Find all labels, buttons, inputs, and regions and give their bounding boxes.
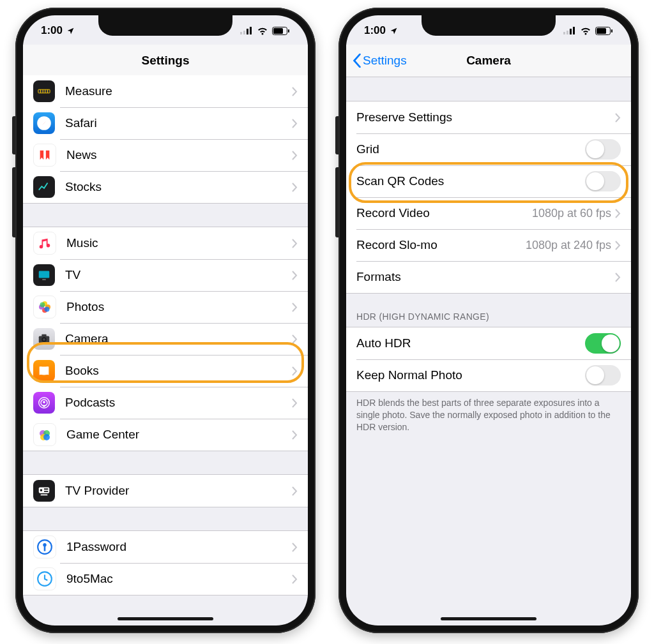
row-measure[interactable]: Measure [23, 75, 308, 107]
game-center-icon [33, 423, 56, 446]
row-safari[interactable]: Safari [23, 107, 308, 139]
chevron-right-icon [615, 273, 621, 282]
svg-point-27 [43, 434, 50, 440]
screen-left: 1:00 Settings Measure [23, 15, 308, 625]
row-label: News [66, 148, 292, 162]
row-podcasts[interactable]: Podcasts [23, 387, 308, 419]
svg-rect-6 [288, 29, 289, 33]
row-tv-provider[interactable]: TV Provider [23, 475, 308, 507]
chevron-right-icon [292, 239, 298, 248]
row-1password[interactable]: 1Password [23, 531, 308, 563]
svg-rect-5 [273, 28, 283, 34]
row-scan-qr-codes[interactable]: Scan QR Codes [346, 165, 631, 197]
toggle-auto-hdr[interactable] [585, 333, 621, 354]
svg-point-15 [40, 303, 45, 308]
tv-icon [33, 264, 55, 286]
chevron-right-icon [292, 430, 298, 440]
row-game-center[interactable]: Game Center [23, 419, 308, 451]
svg-rect-3 [250, 27, 252, 34]
svg-rect-2 [247, 29, 248, 34]
chevron-right-icon [292, 543, 298, 552]
home-indicator[interactable] [118, 617, 213, 620]
row-detail: 1080p at 240 fps [526, 239, 611, 252]
phone-right: 1:00 Settings Camera [338, 8, 639, 633]
battery-icon [272, 27, 290, 35]
phone-left: 1:00 Settings Measure [15, 8, 316, 633]
row-camera[interactable]: Camera [23, 323, 308, 355]
row-label: Camera [65, 332, 292, 346]
camera-icon [33, 328, 55, 350]
books-icon [33, 360, 55, 382]
chevron-right-icon [292, 366, 298, 376]
row-photos[interactable]: Photos [23, 291, 308, 323]
row-label: Measure [65, 84, 292, 98]
chevron-right-icon [292, 87, 298, 96]
chevron-right-icon [292, 398, 298, 408]
section-header-hdr: HDR (HIGH DYNAMIC RANGE) [346, 294, 631, 327]
row-tv[interactable]: TV [23, 259, 308, 291]
row-label: Preserve Settings [356, 110, 615, 124]
svg-rect-41 [611, 29, 612, 33]
location-icon [66, 27, 75, 35]
row-label: Safari [65, 116, 292, 130]
onepassword-icon [33, 535, 56, 558]
row-label: Podcasts [65, 396, 292, 410]
svg-rect-30 [41, 495, 48, 496]
row-auto-hdr[interactable]: Auto HDR [346, 327, 631, 359]
row-label: TV [65, 268, 292, 282]
row-books[interactable]: Books [23, 355, 308, 387]
svg-rect-10 [42, 279, 46, 280]
battery-icon [595, 27, 613, 35]
section-footer-hdr: HDR blends the best parts of three separ… [346, 392, 631, 438]
svg-point-20 [43, 338, 45, 341]
row-label: 1Password [66, 540, 292, 554]
toggle-scan-qr[interactable] [585, 171, 621, 191]
row-record-video[interactable]: Record Video 1080p at 60 fps [346, 197, 631, 229]
row-label: Stocks [65, 180, 292, 194]
safari-icon [33, 112, 55, 134]
row-formats[interactable]: Formats [346, 261, 631, 293]
row-label: Auto HDR [356, 336, 585, 350]
camera-settings[interactable]: Preserve Settings Grid Scan QR Codes Rec… [346, 75, 631, 625]
svg-rect-9 [39, 271, 50, 278]
row-music[interactable]: Music [23, 227, 308, 259]
row-record-slomo[interactable]: Record Slo-mo 1080p at 240 fps [346, 229, 631, 261]
nav-back-button[interactable]: Settings [353, 54, 407, 68]
row-detail: 1080p at 60 fps [532, 207, 611, 220]
row-news[interactable]: News [23, 139, 308, 171]
music-icon [33, 232, 56, 255]
row-label: Game Center [66, 428, 292, 442]
signal-icon [240, 27, 253, 34]
notch [422, 15, 556, 36]
chevron-right-icon [292, 151, 298, 160]
svg-rect-40 [597, 28, 606, 34]
row-stocks[interactable]: Stocks [23, 171, 308, 203]
home-indicator[interactable] [441, 617, 536, 620]
nine-to-five-icon [33, 567, 56, 590]
row-label: TV Provider [65, 484, 292, 498]
row-preserve-settings[interactable]: Preserve Settings [346, 101, 631, 133]
chevron-right-icon [292, 271, 298, 280]
chevron-right-icon [292, 303, 298, 312]
row-grid[interactable]: Grid [346, 133, 631, 165]
screen-right: 1:00 Settings Camera [346, 15, 631, 625]
row-label: Keep Normal Photo [356, 368, 585, 382]
row-9to5mac[interactable]: 9to5Mac [23, 563, 308, 595]
chevron-right-icon [292, 334, 298, 344]
row-label: Grid [356, 142, 585, 156]
row-label: Scan QR Codes [356, 174, 585, 188]
row-keep-normal-photo[interactable]: Keep Normal Photo [346, 359, 631, 391]
svg-rect-7 [38, 89, 50, 93]
toggle-grid[interactable] [585, 139, 621, 160]
photos-icon [33, 296, 56, 318]
settings-list[interactable]: Measure Safari News [23, 75, 308, 625]
measure-icon [33, 80, 55, 102]
row-label: Record Slo-mo [356, 238, 526, 252]
svg-rect-33 [44, 546, 46, 551]
toggle-keep-normal[interactable] [585, 365, 621, 386]
nav-title: Camera [466, 54, 511, 68]
status-time: 1:00 [41, 24, 63, 37]
svg-rect-36 [567, 31, 568, 34]
stocks-icon [33, 176, 55, 198]
row-label: 9to5Mac [66, 572, 292, 586]
